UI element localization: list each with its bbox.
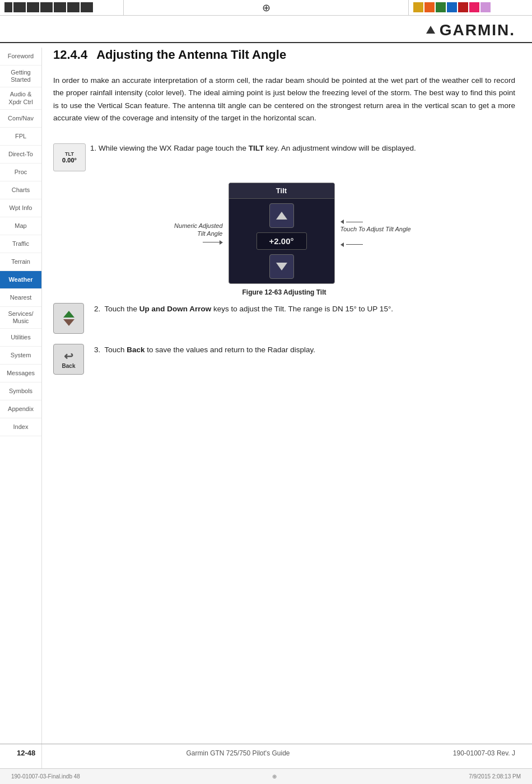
down-arrow-icon (276, 263, 287, 270)
back-label: Back (62, 363, 76, 369)
sidebar-item-traffic[interactable]: Traffic (0, 235, 41, 253)
deco-color-block (436, 2, 446, 12)
section-title: Adjusting the Antenna Tilt Angle (96, 48, 286, 62)
sidebar-item-weather[interactable]: Weather (0, 271, 41, 289)
back-arrow-symbol: ↩ (64, 349, 73, 363)
tilt-icon-label: TLT (65, 151, 74, 157)
sidebar-item-charts[interactable]: Charts (0, 181, 41, 199)
top-bar-left (0, 0, 123, 15)
sidebar-item-system[interactable]: System (0, 347, 41, 365)
deco-block (67, 2, 80, 12)
deco-block (54, 2, 66, 12)
figure-wrapper: Numeric AdjustedTilt Angle Tilt +2.00° (116, 183, 452, 284)
deco-block (40, 2, 53, 12)
sidebar: Foreword Getting Started Audio & Xpdr Ct… (0, 48, 42, 776)
tilt-ui-mockup: Tilt +2.00° (228, 183, 335, 284)
top-left-blocks (0, 0, 97, 15)
figure-caption: Figure 12-63 Adjusting Tilt (242, 288, 326, 296)
footer-center-text: Garmin GTN 725/750 Pilot's Guide (50, 749, 426, 757)
step-3: ↩ Back 3. Touch Back to save the values … (53, 344, 515, 375)
step-1-text: While viewing the WX Radar page touch th… (99, 144, 416, 152)
deco-color-block (424, 2, 435, 12)
content-area: 12.4.4 Adjusting the Antenna Tilt Angle … (42, 48, 532, 776)
step-1: TLT 0.00° 1. While viewing the WX Radar … (53, 142, 515, 171)
tilt-key-icon: TLT 0.00° (53, 143, 86, 171)
sidebar-item-getting-started[interactable]: Getting Started (0, 66, 41, 87)
top-bar-right (409, 0, 532, 15)
top-decorative-bar: ⊕ (0, 0, 532, 16)
footer-right-text: 190-01007-03 Rev. J (426, 749, 515, 757)
sidebar-item-utilities[interactable]: Utilities (0, 329, 41, 347)
bottom-print-bar: 190-01007-03-Final.indb 48 ⊕ 7/9/2015 2:… (0, 768, 532, 784)
tilt-ui-header: Tilt (229, 183, 334, 199)
sidebar-item-terrain[interactable]: Terrain (0, 253, 41, 271)
sidebar-item-foreword[interactable]: Foreword (0, 48, 41, 66)
deco-color-block (458, 2, 468, 12)
garmin-triangle-icon (426, 26, 435, 34)
deco-block (4, 2, 12, 12)
logo-area: GARMIN. (0, 16, 532, 43)
deco-block (81, 2, 93, 12)
annotation-left-text: Numeric AdjustedTilt Angle (174, 222, 222, 237)
step-1-number: 1. (90, 143, 96, 152)
sidebar-item-fpl[interactable]: FPL (0, 128, 41, 146)
page-footer: 12-48 Garmin GTN 725/750 Pilot's Guide 1… (0, 744, 532, 762)
bottom-bar-compass-icon: ⊕ (272, 773, 277, 780)
tilt-value-display: +2.00° (256, 232, 307, 250)
sidebar-item-symbols[interactable]: Symbols (0, 382, 41, 400)
sidebar-item-appendix[interactable]: Appendix (0, 400, 41, 418)
deco-block (27, 2, 39, 12)
bottom-bar-right: 7/9/2015 2:08:13 PM (469, 773, 521, 780)
body-paragraph: In order to make an accurate interpretat… (53, 74, 515, 124)
sidebar-item-map[interactable]: Map (0, 217, 41, 235)
garmin-logo-text: GARMIN. (440, 21, 515, 39)
figure-tilt: Numeric AdjustedTilt Angle Tilt +2.00° (53, 183, 515, 296)
deco-block (13, 2, 26, 12)
sidebar-item-proc[interactable]: Proc (0, 164, 41, 181)
deco-color-block (447, 2, 457, 12)
top-right-colored-blocks (409, 0, 495, 15)
annotation-left: Numeric AdjustedTilt Angle (133, 222, 223, 245)
main-layout: Foreword Getting Started Audio & Xpdr Ct… (0, 48, 532, 776)
footer-page-number: 12-48 (17, 749, 50, 757)
deco-color-block (469, 2, 479, 12)
down-arrow-brown-icon (63, 319, 74, 326)
tilt-up-button[interactable] (269, 203, 294, 228)
back-button-icon: ↩ Back (53, 344, 84, 375)
sidebar-item-nearest[interactable]: Nearest (0, 289, 41, 307)
sidebar-item-index[interactable]: Index (0, 418, 41, 436)
section-number: 12.4.4 (53, 48, 87, 62)
sidebar-item-messages[interactable]: Messages (0, 365, 41, 382)
deco-color-block (413, 2, 423, 12)
bottom-bar-left: 190-01007-03-Final.indb 48 (11, 773, 80, 780)
annotation-right: Touch To Adjust Tilt Angle (340, 220, 436, 246)
sidebar-item-wpt-info[interactable]: Wpt Info (0, 199, 41, 217)
step-2: 2. Touch the Up and Down Arrow keys to a… (53, 303, 515, 334)
up-down-arrow-icon (53, 303, 84, 334)
tilt-icon-value: 0.00° (62, 157, 77, 164)
tilt-down-button[interactable] (269, 254, 294, 279)
sidebar-item-audio-xpdr[interactable]: Audio & Xpdr Ctrl (0, 87, 41, 109)
sidebar-item-comnav[interactable]: Com/Nav (0, 110, 41, 128)
deco-color-block (480, 2, 491, 12)
tilt-ui-body: +2.00° (229, 199, 334, 283)
up-arrow-icon (276, 212, 287, 220)
garmin-logo: GARMIN. (426, 21, 515, 39)
step-3-text: 3. Touch Back to save the values and ret… (94, 346, 315, 354)
up-arrow-green-icon (63, 311, 74, 318)
step-2-text: 2. Touch the Up and Down Arrow keys to a… (94, 305, 393, 313)
top-bar-center-compass: ⊕ (123, 0, 409, 15)
annotation-right-text: Touch To Adjust Tilt Angle (340, 226, 411, 232)
compass-icon: ⊕ (262, 2, 270, 14)
sidebar-item-direct-to[interactable]: Direct-To (0, 146, 41, 164)
sidebar-item-services-music[interactable]: Services/ Music (0, 307, 41, 329)
